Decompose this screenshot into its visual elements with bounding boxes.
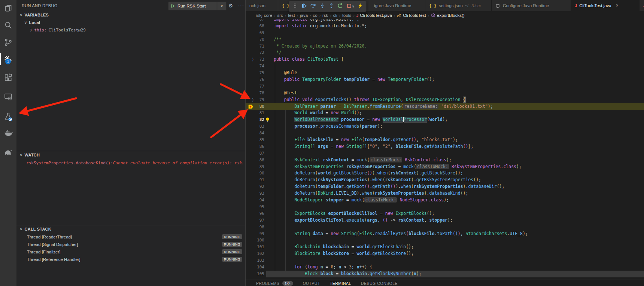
code-line-78[interactable]: 78 @Test (246, 90, 644, 97)
gutter[interactable] (246, 244, 257, 250)
breadcrumb-item-rskj-core[interactable]: rskj-core (256, 13, 272, 18)
restart-button[interactable] (335, 2, 344, 11)
gutter[interactable] (246, 83, 257, 90)
code-text[interactable]: Blockchain blockchain = world.getBlockCh… (274, 244, 414, 250)
call-stack-thread-row[interactable]: Thread [Signal Dispatcher]RUNNING (16, 241, 245, 248)
breadcrumb-item-test[interactable]: test (288, 13, 295, 18)
line-number[interactable]: 88 (257, 157, 264, 164)
gutter[interactable] (246, 217, 257, 224)
code-line-91[interactable]: 91 doReturn(rskSystemProperties).when(rs… (246, 177, 644, 183)
gutter[interactable]: ) (246, 97, 257, 103)
close-icon[interactable]: × (615, 3, 619, 8)
gutter[interactable] (246, 23, 257, 30)
code-line-80[interactable]: 80 DslParser parser = DslParser.fromReso… (246, 103, 644, 110)
line-number[interactable]: 74 (257, 63, 264, 70)
activity-item-remote-explorer[interactable] (0, 89, 16, 104)
code-text[interactable]: for (long n = 0; n < 3; n++) { (274, 264, 372, 271)
breadcrumb-item-cli[interactable]: cli (333, 13, 337, 18)
code-line-87[interactable]: 87 (246, 150, 644, 157)
gutter[interactable] (246, 90, 257, 97)
line-number[interactable]: 77 (257, 83, 264, 90)
code-text[interactable]: public TemporaryFolder tempFolder = new … (274, 76, 434, 83)
gutter[interactable] (246, 183, 257, 190)
code-line-102[interactable]: 102 BlockStore blockStore = world.getBlo… (246, 250, 644, 257)
activity-item-extensions[interactable] (0, 70, 16, 85)
code-text[interactable]: BlockStore blockStore = world.getBlockSt… (274, 250, 414, 257)
line-number[interactable]: 90 (257, 170, 264, 177)
activity-item-docker[interactable] (0, 125, 16, 140)
step-out-button[interactable] (326, 2, 335, 11)
gutter[interactable] (246, 116, 257, 123)
step-over-button[interactable] (309, 2, 318, 11)
line-number[interactable]: 102 (257, 250, 264, 257)
variables-local-group[interactable]: ∨ Local (21, 19, 245, 26)
code-text[interactable]: World world = new World(); (274, 110, 362, 116)
gutter[interactable] (246, 143, 257, 150)
code-text[interactable]: public class CliToolsTest { (274, 56, 344, 63)
line-number[interactable]: 80 (257, 103, 264, 110)
code-line-74[interactable]: 74 (246, 63, 644, 70)
gutter[interactable] (246, 257, 257, 264)
code-line-92[interactable]: 92 doReturn(tempFolder.getRoot().getPath… (246, 183, 644, 190)
line-number[interactable]: 96 (257, 210, 264, 217)
line-number[interactable]: 71 (257, 43, 264, 50)
code-text[interactable]: doReturn(world.getBlockStore()).when(rsk… (274, 170, 463, 177)
code-line-88[interactable]: 88 RskContext rskContext = mock(classToM… (246, 157, 644, 164)
gutter[interactable] (246, 231, 257, 237)
code-line-68[interactable]: 68import static org.mockito.Mockito.*; (246, 23, 644, 30)
breadcrumb-item-src[interactable]: src (277, 13, 283, 18)
call-stack-section-header[interactable]: ∨ CALL STACK (16, 226, 245, 232)
line-number[interactable]: 93 (257, 190, 264, 197)
gutter[interactable] (246, 63, 257, 70)
breadcrumb-item-java[interactable]: java (300, 13, 308, 18)
code-line-70[interactable]: 70/** (246, 36, 644, 43)
line-number[interactable]: 69 (257, 30, 264, 36)
gutter[interactable] (246, 130, 257, 137)
gutter[interactable] (246, 190, 257, 197)
gutter[interactable] (246, 103, 257, 110)
code-text[interactable]: doReturn(rskSystemProperties).when(rskCo… (274, 177, 481, 183)
code-line-96[interactable]: 96 ExportBlocks exportBlocksCliTool = ne… (246, 210, 644, 217)
panel-tab-terminal[interactable]: TERMINAL (330, 280, 351, 286)
line-number[interactable]: 104 (257, 264, 264, 271)
code-line-89[interactable]: 89 RskSystemProperties rskSystemProperti… (246, 164, 644, 170)
gutter[interactable] (246, 210, 257, 217)
gutter[interactable] (246, 49, 257, 56)
code-line-85[interactable]: 85 File blocksFile = new File(tempFolder… (246, 137, 644, 143)
gutter[interactable] (246, 70, 257, 76)
code-line-84[interactable]: 84 (246, 130, 644, 137)
gutter[interactable] (246, 271, 257, 277)
breadcrumb-symbol-exportBlocks[interactable]: exportBlocks() (431, 13, 465, 18)
editor-tab-hidden-6[interactable]: J (640, 0, 644, 11)
line-number[interactable]: 98 (257, 224, 264, 231)
run-config-dropdown[interactable]: Run RSK Start ∨ (168, 1, 227, 10)
hot-code-replace-button[interactable] (356, 2, 365, 11)
gutter[interactable] (246, 36, 257, 43)
line-number[interactable]: 87 (257, 150, 264, 157)
breadcrumb-file[interactable]: JCliToolsTest.java (356, 13, 392, 18)
code-text[interactable]: /** (274, 36, 282, 43)
line-number[interactable]: 78 (257, 90, 264, 97)
line-number[interactable]: 105 (257, 271, 264, 277)
lightbulb-icon[interactable] (265, 117, 270, 122)
code-text[interactable]: File blocksFile = new File(tempFolder.ge… (274, 137, 458, 143)
watch-section-header[interactable]: ∨ WATCH (16, 152, 245, 158)
code-line-77[interactable]: 77 (246, 83, 644, 90)
line-number[interactable]: 83 (257, 123, 264, 130)
code-line-75[interactable]: 75 @Rule (246, 70, 644, 76)
code-text[interactable]: * Created by ajlopez on 26/04/2020. (274, 43, 367, 50)
drag-handle-button[interactable] (291, 2, 300, 11)
code-line-104[interactable]: 104 for (long n = 0; n < 3; n++) { (246, 264, 644, 271)
code-text[interactable]: ExportBlocks exportBlocksCliTool = new E… (274, 210, 434, 217)
code-text[interactable]: NodeStopper stopper = mock(classToMock: … (274, 197, 449, 204)
code-line-86[interactable]: 86 String[] args = new String[]{"0", "2"… (246, 143, 644, 150)
line-number[interactable]: 75 (257, 70, 264, 76)
line-number[interactable]: 72 (257, 49, 264, 56)
variables-section-header[interactable]: ∨ VARIABLES (16, 12, 245, 18)
code-line-98[interactable]: 98 (246, 224, 644, 231)
line-number[interactable]: 68 (257, 23, 264, 30)
code-line-99[interactable]: 99 String data = new String(Files.readAl… (246, 231, 644, 237)
panel-tab-debug-console[interactable]: DEBUG CONSOLE (361, 280, 398, 286)
code-text[interactable]: import static org.mockito.Mockito.*; (274, 23, 367, 30)
code-line-103[interactable]: 103 (246, 257, 644, 264)
